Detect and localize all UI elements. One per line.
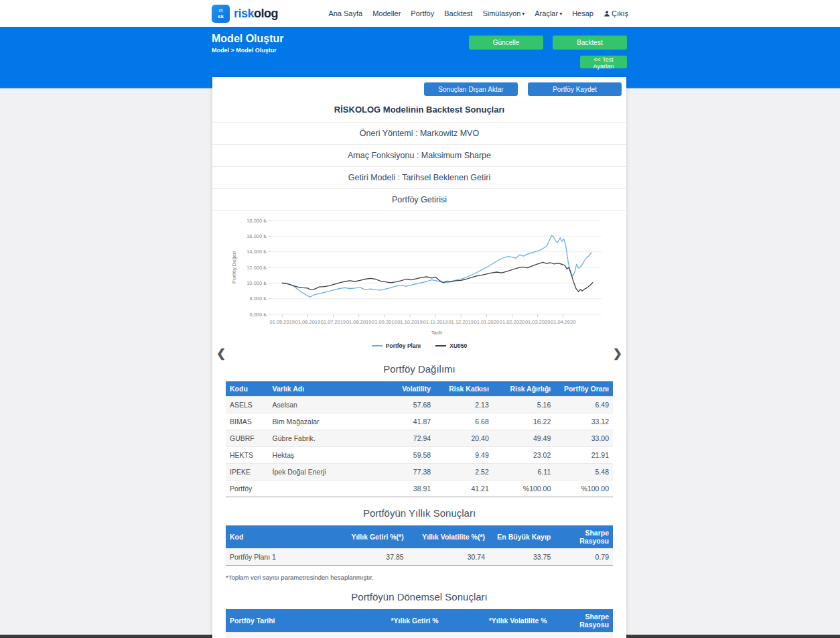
legend-item[interactable]: Portföy Planı	[372, 342, 421, 349]
carousel-next-arrow[interactable]: ❯	[613, 348, 622, 359]
table-cell: Aselsan	[269, 397, 377, 413]
table-cell: 49.49	[493, 430, 555, 447]
legend-label: XU050	[449, 342, 467, 349]
annual-footnote: *Toplam veri sayısı parametresinden hesa…	[212, 566, 626, 581]
table-cell: Hektaş	[269, 447, 377, 464]
table-cell: 123.20	[326, 633, 442, 638]
series-line-portf-y-plan-	[282, 235, 591, 297]
y-tick-label: 16,000 ₺	[247, 233, 267, 239]
column-header: Volatility	[376, 381, 435, 397]
brand-name-blue: risk	[234, 7, 254, 20]
nav-item-sim-lasyon[interactable]: Simülasyon▾	[482, 9, 524, 17]
table-row: ASELSAselsan57.682.135.166.49	[226, 397, 613, 413]
column-header: Kodu	[226, 381, 269, 397]
y-tick-label: 14,000 ₺	[247, 249, 267, 255]
table-row: 15.04.2019123.2021.575.62	[226, 633, 613, 638]
nav-item-label: Hesap	[572, 9, 593, 17]
distribution-title: Portföy Dağılımı	[212, 353, 626, 381]
table-row: GUBRFGübre Fabrik.72.9420.4049.4933.00	[226, 430, 613, 447]
table-cell: GUBRF	[226, 430, 269, 447]
test-settings-button[interactable]: << Test Ayarları	[580, 56, 627, 68]
x-tick-label: 01.10.2019	[397, 319, 423, 325]
user-icon	[604, 10, 610, 17]
y-tick-label: 8,000 ₺	[249, 296, 267, 302]
y-tick-label: 10,000 ₺	[247, 280, 267, 286]
x-tick-label: 01.06.2019	[295, 319, 321, 325]
table-cell: 15.04.2019	[226, 633, 326, 638]
nav-item-label: Araçlar	[535, 9, 558, 17]
table-cell: 9.49	[435, 447, 493, 464]
y-tick-label: 12,000 ₺	[247, 265, 267, 271]
export-results-button[interactable]: Sonuçları Dışarı Aktar	[424, 82, 518, 96]
table-cell: 33.12	[555, 413, 613, 430]
column-header: Sharpe Rasyosu	[551, 609, 613, 633]
nav-item-backtest[interactable]: Backtest	[444, 9, 472, 17]
table-cell: 72.94	[376, 430, 435, 447]
x-tick-label: 01.05.2019	[269, 319, 295, 325]
table-cell: 5.48	[555, 464, 613, 481]
results-card: Sonuçları Dışarı Aktar Portföy Kaydet Rİ…	[212, 77, 626, 638]
table-row: BIMASBim Mağazalar41.876.6816.2233.12	[226, 413, 613, 430]
carousel-prev-arrow[interactable]: ❮	[216, 348, 226, 359]
nav-item-hesap[interactable]: Hesap	[572, 9, 593, 17]
table-cell: Gübre Fabrik.	[269, 430, 377, 447]
backtest-button[interactable]: Backtest	[553, 36, 627, 50]
table-cell: ASELS	[226, 397, 269, 413]
table-cell: 41.87	[376, 413, 435, 430]
legend-swatch	[372, 345, 382, 346]
table-cell: 0.79	[555, 549, 613, 566]
nav-item-ana-sayfa[interactable]: Ana Sayfa	[328, 9, 362, 17]
brand-text: riskolog	[234, 7, 278, 21]
table-cell: 5.62	[551, 633, 613, 638]
table-cell: BIMAS	[226, 413, 269, 430]
info-row-return-model: Getiri Modeli : Tarihsel Beklenen Getiri	[212, 166, 626, 188]
portfolio-distribution-table: KoduVarlık AdıVolatilityRisk KatkısıRisk…	[226, 381, 613, 497]
column-header: Risk Ağırlığı	[493, 381, 555, 397]
table-cell: 30.74	[408, 549, 489, 566]
column-header: Yıllık Getiri %(*)	[326, 525, 407, 549]
nav-item-label: Backtest	[444, 9, 472, 17]
x-tick-label: 01.02.2020	[500, 319, 525, 325]
y-axis-title: Portföy Değeri	[231, 251, 237, 283]
card-title: RİSKOLOG Modelinin Backtest Sonuçları	[212, 101, 626, 122]
column-header: *Yıllık Volatilite %	[443, 609, 551, 633]
nav-item--k-[interactable]: Çıkış	[604, 9, 628, 17]
legend-item[interactable]: XU050	[435, 342, 467, 349]
table-cell: 37.85	[326, 549, 407, 566]
nav-menu: Ana SayfaModellerPortföyBacktestSimülasy…	[328, 9, 628, 17]
nav-item-label: Çıkış	[612, 9, 628, 17]
table-cell: %100.00	[493, 481, 555, 497]
top-nav: ri sk riskolog Ana SayfaModellerPortföyB…	[0, 0, 840, 27]
table-cell: 57.68	[376, 397, 435, 413]
portfolio-return-chart-area: ❮ ❯ 18,000 ₺16,000 ₺14,000 ₺12,000 ₺10,0…	[212, 210, 626, 349]
table-cell: 6.49	[555, 397, 613, 413]
table-cell: 21.91	[555, 447, 613, 464]
table-row: IPEKEİpek Doğal Enerji77.382.526.115.48	[226, 464, 613, 481]
x-tick-label: 01.03.2020	[525, 319, 551, 325]
table-cell: Bim Mağazalar	[269, 413, 377, 430]
chart-section-title: Portföy Getirisi	[212, 188, 626, 210]
nav-item-label: Modeller	[372, 9, 401, 17]
annual-results-table: KodYıllık Getiri %(*)Yıllık Volatilite %…	[226, 525, 613, 566]
column-header: Risk Katkısı	[435, 381, 493, 397]
info-row-objective: Amaç Fonksiyonu : Maksimum Sharpe	[212, 144, 626, 166]
table-header-row: KoduVarlık AdıVolatilityRisk KatkısıRisk…	[226, 381, 613, 397]
table-cell: %100.00	[555, 481, 613, 497]
column-header: Sharpe Rasyosu	[555, 525, 613, 549]
nav-item-ara-lar[interactable]: Araçlar▾	[535, 9, 562, 17]
column-header: Portföy Oranı	[555, 381, 613, 397]
brand-logo[interactable]: ri sk riskolog	[212, 5, 278, 23]
y-tick-label: 18,000 ₺	[247, 218, 267, 224]
table-row: Portföy38.9141.21%100.00%100.00	[226, 481, 613, 497]
portfolio-chart: 18,000 ₺16,000 ₺14,000 ₺12,000 ₺10,000 ₺…	[228, 215, 611, 341]
series-line-xu050	[282, 262, 592, 292]
nav-item-modeller[interactable]: Modeller	[372, 9, 401, 17]
update-button[interactable]: Güncelle	[469, 36, 543, 50]
nav-item-portf-y[interactable]: Portföy	[411, 9, 434, 17]
y-tick-label: 6,000 ₺	[249, 312, 267, 318]
table-cell: 5.16	[493, 397, 555, 413]
table-cell: 59.58	[376, 447, 435, 464]
table-cell	[269, 481, 377, 497]
chevron-down-icon: ▾	[522, 11, 524, 17]
save-portfolio-button[interactable]: Portföy Kaydet	[528, 82, 622, 96]
